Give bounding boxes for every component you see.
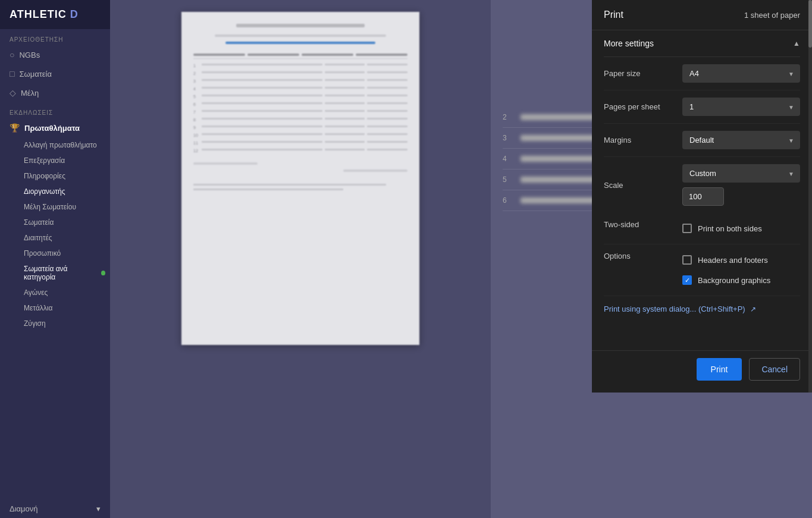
two-sided-checkbox[interactable] bbox=[682, 224, 692, 233]
scale-select[interactable]: Default Fit to page Custom bbox=[682, 164, 800, 183]
scrollbar-thumb[interactable] bbox=[808, 0, 812, 48]
pages-per-sheet-row: Pages per sheet 1 2 4 6 9 16 bbox=[604, 90, 800, 124]
options-label: Options bbox=[604, 252, 675, 260]
main-area: 1 2 3 4 5 6 7 8 9 10 11 12 bbox=[110, 0, 812, 518]
headers-footers-row: Headers and footers bbox=[682, 252, 800, 268]
preview-subtitle bbox=[215, 34, 386, 37]
preview-title bbox=[236, 24, 365, 27]
two-sided-label: Two-sided bbox=[604, 220, 675, 229]
paper-size-select-wrapper: A4 A3 Letter Legal bbox=[682, 64, 800, 83]
sidebar-item-somateio[interactable]: □ Σωματεία bbox=[0, 64, 110, 83]
background-graphics-row: Background graphics bbox=[682, 272, 800, 288]
protathlimata-icon: 🏆 bbox=[10, 123, 20, 133]
options-row: Options Headers and footers Background g… bbox=[604, 244, 800, 296]
background-graphics-label: Background graphics bbox=[698, 276, 770, 285]
logo-highlight: D bbox=[70, 8, 79, 20]
scale-control: Default Fit to page Custom bbox=[682, 164, 800, 206]
paper-size-label: Paper size bbox=[604, 69, 675, 78]
preview-table-header bbox=[193, 54, 407, 59]
preview-table: 1 2 3 4 5 6 7 8 9 10 11 12 bbox=[193, 54, 407, 153]
table-row: 6 bbox=[193, 102, 407, 106]
sidebar-item-diamoni[interactable]: Διαμονή ▾ bbox=[0, 500, 110, 518]
preview-paper: 1 2 3 4 5 6 7 8 9 10 11 12 bbox=[181, 12, 419, 345]
sidebar-item-agones[interactable]: Αγώνες bbox=[19, 285, 110, 300]
sidebar-item-zygisi[interactable]: Ζύγιση bbox=[19, 316, 110, 331]
sidebar-item-plirofories[interactable]: Πληροφορίες bbox=[19, 168, 110, 184]
paper-size-row: Paper size A4 A3 Letter Legal bbox=[604, 57, 800, 90]
sidebar-submenu: Αλλαγή πρωταθλήματο Επεξεργασία Πληροφορ… bbox=[0, 137, 110, 331]
app-logo: ATHLETIC D bbox=[0, 0, 110, 29]
print-sheet-count: 1 sheet of paper bbox=[744, 11, 800, 20]
two-sided-row: Two-sided Print on both sides bbox=[604, 213, 800, 244]
sidebar-item-protathlimata[interactable]: 🏆 Πρωταθλήματα bbox=[0, 118, 110, 137]
print-dialog-body: More settings ▲ Paper size A4 A3 Letter … bbox=[592, 30, 812, 350]
more-settings-toggle[interactable]: More settings ▲ bbox=[604, 30, 800, 57]
paper-size-select[interactable]: A4 A3 Letter Legal bbox=[682, 64, 800, 83]
system-dialog-label: Print using system dialog... (Ctrl+Shift… bbox=[604, 304, 745, 313]
table-row: 1 bbox=[193, 64, 407, 68]
section-label-events: ΕΚΔΗΛΩΣΕΙΣ bbox=[0, 102, 110, 118]
background-graphics-checkbox[interactable] bbox=[682, 275, 692, 285]
sidebar-item-ngbs[interactable]: ○ NGBs bbox=[0, 45, 110, 64]
sidebar-item-metallia[interactable]: Μετάλλια bbox=[19, 300, 110, 316]
scale-custom-input[interactable] bbox=[682, 187, 724, 206]
somateio-icon: □ bbox=[10, 69, 14, 79]
section-label-archive: ΑΡΧΕΙΟΘΕΤΗΣΗ bbox=[0, 29, 110, 45]
margins-select-wrapper: Default None Minimum Custom bbox=[682, 131, 800, 149]
print-dialog-title: Print bbox=[604, 10, 623, 20]
two-sided-control: Print on both sides bbox=[682, 220, 800, 237]
sidebar-item-epeksergasia[interactable]: Επεξεργασία bbox=[19, 153, 110, 168]
margins-label: Margins bbox=[604, 136, 675, 145]
sidebar-item-diaitites[interactable]: Διαιτητές bbox=[19, 230, 110, 246]
table-row: 12 bbox=[193, 149, 407, 153]
table-row: 3 bbox=[193, 79, 407, 83]
pages-per-sheet-select-wrapper: 1 2 4 6 9 16 bbox=[682, 98, 800, 116]
paper-size-control: A4 A3 Letter Legal bbox=[682, 64, 800, 83]
options-control: Headers and footers Background graphics bbox=[682, 252, 800, 288]
table-row: 11 bbox=[193, 141, 407, 145]
table-row: 8 bbox=[193, 118, 407, 122]
scale-select-wrapper: Default Fit to page Custom bbox=[682, 164, 800, 183]
sidebar-item-somateio-sub[interactable]: Σωματεία bbox=[19, 215, 110, 230]
margins-row: Margins Default None Minimum Custom bbox=[604, 124, 800, 157]
table-row: 5 bbox=[193, 95, 407, 99]
print-preview-area: 1 2 3 4 5 6 7 8 9 10 11 12 bbox=[110, 0, 491, 518]
meli-icon: ◇ bbox=[10, 88, 16, 98]
sidebar-item-meli[interactable]: ◇ Μέλη bbox=[0, 83, 110, 102]
cancel-button[interactable]: Cancel bbox=[749, 358, 800, 381]
margins-select[interactable]: Default None Minimum Custom bbox=[682, 131, 800, 149]
table-row: 7 bbox=[193, 110, 407, 114]
table-row: 10 bbox=[193, 133, 407, 137]
more-settings-label: More settings bbox=[604, 39, 654, 48]
ngbs-icon: ○ bbox=[10, 50, 14, 59]
sidebar-item-allagi[interactable]: Αλλαγή πρωταθλήματο bbox=[19, 137, 110, 153]
sidebar: ATHLETIC D ΑΡΧΕΙΟΘΕΤΗΣΗ ○ NGBs □ Σωματεί… bbox=[0, 0, 110, 518]
print-dialog: Print 1 sheet of paper More settings ▲ P… bbox=[592, 0, 812, 393]
dialog-scrollbar[interactable] bbox=[808, 0, 812, 393]
preview-link bbox=[225, 42, 375, 44]
sidebar-item-somateio-category[interactable]: Σωματεία ανά κατηγορία bbox=[19, 261, 110, 285]
pages-per-sheet-control: 1 2 4 6 9 16 bbox=[682, 98, 800, 116]
sidebar-item-diorganotis[interactable]: Διοργανωτής bbox=[19, 184, 110, 199]
table-row: 4 bbox=[193, 87, 407, 91]
sidebar-item-meli-somatiou[interactable]: Μέλη Σωματείου bbox=[19, 199, 110, 215]
system-dialog-link[interactable]: Print using system dialog... (Ctrl+Shift… bbox=[604, 296, 800, 322]
headers-footers-checkbox[interactable] bbox=[682, 255, 692, 265]
two-sided-checkbox-row: Print on both sides bbox=[682, 220, 800, 237]
pages-per-sheet-select[interactable]: 1 2 4 6 9 16 bbox=[682, 98, 800, 116]
headers-footers-label: Headers and footers bbox=[698, 256, 768, 265]
scale-row: Scale Default Fit to page Custom bbox=[604, 157, 800, 213]
margins-control: Default None Minimum Custom bbox=[682, 131, 800, 149]
chevron-up-icon: ▲ bbox=[793, 39, 800, 48]
chevron-down-icon: ▾ bbox=[96, 504, 101, 513]
print-dialog-footer: Print Cancel bbox=[592, 350, 812, 393]
pages-per-sheet-label: Pages per sheet bbox=[604, 102, 675, 111]
sidebar-item-prosopiko[interactable]: Προσωπικό bbox=[19, 246, 110, 261]
external-link-icon: ↗ bbox=[750, 305, 756, 313]
table-row: 2 bbox=[193, 71, 407, 76]
print-button[interactable]: Print bbox=[697, 358, 742, 381]
two-sided-checkbox-label: Print on both sides bbox=[698, 224, 762, 233]
table-row: 9 bbox=[193, 125, 407, 130]
print-dialog-header: Print 1 sheet of paper bbox=[592, 0, 812, 30]
scale-label: Scale bbox=[604, 181, 675, 190]
